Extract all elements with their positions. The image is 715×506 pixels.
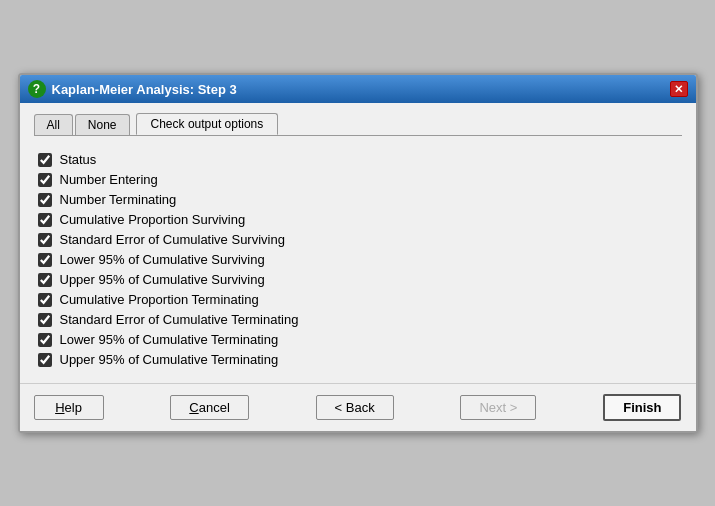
checkbox-item-number-entering: Number Entering: [38, 172, 678, 187]
checkbox-std-error-cumulative-surviving[interactable]: [38, 233, 52, 247]
checkbox-item-std-error-cumulative-terminating: Standard Error of Cumulative Terminating: [38, 312, 678, 327]
checkbox-label-std-error-cumulative-surviving: Standard Error of Cumulative Surviving: [60, 232, 285, 247]
dialog-title: Kaplan-Meier Analysis: Step 3: [52, 82, 237, 97]
tab-active: Check output options: [136, 113, 279, 135]
checkbox-item-cumulative-proportion-surviving: Cumulative Proportion Surviving: [38, 212, 678, 227]
dialog-icon: ?: [28, 80, 46, 98]
checkbox-upper95-cumulative-surviving[interactable]: [38, 273, 52, 287]
dialog-window: ? Kaplan-Meier Analysis: Step 3 ✕ All No…: [18, 73, 698, 433]
checkbox-item-upper95-cumulative-surviving: Upper 95% of Cumulative Surviving: [38, 272, 678, 287]
tab-all[interactable]: All: [34, 114, 73, 135]
checkbox-item-lower95-cumulative-terminating: Lower 95% of Cumulative Terminating: [38, 332, 678, 347]
back-button[interactable]: < Back: [316, 395, 394, 420]
checkbox-label-lower95-cumulative-terminating: Lower 95% of Cumulative Terminating: [60, 332, 279, 347]
checkbox-label-number-entering: Number Entering: [60, 172, 158, 187]
title-bar-left: ? Kaplan-Meier Analysis: Step 3: [28, 80, 237, 98]
finish-label: Finish: [623, 400, 661, 415]
title-bar: ? Kaplan-Meier Analysis: Step 3 ✕: [20, 75, 696, 103]
checkbox-item-upper95-cumulative-terminating: Upper 95% of Cumulative Terminating: [38, 352, 678, 367]
close-button[interactable]: ✕: [670, 81, 688, 97]
cancel-label: Cancel: [189, 400, 229, 415]
checkbox-lower95-cumulative-terminating[interactable]: [38, 333, 52, 347]
checkbox-label-lower95-cumulative-surviving: Lower 95% of Cumulative Surviving: [60, 252, 265, 267]
next-label: Next >: [479, 400, 517, 415]
dialog-footer: Help Cancel < Back Next > Finish: [20, 383, 696, 431]
checkbox-cumulative-proportion-surviving[interactable]: [38, 213, 52, 227]
checkbox-item-lower95-cumulative-surviving: Lower 95% of Cumulative Surviving: [38, 252, 678, 267]
cancel-button[interactable]: Cancel: [170, 395, 248, 420]
checkbox-upper95-cumulative-terminating[interactable]: [38, 353, 52, 367]
checkbox-lower95-cumulative-surviving[interactable]: [38, 253, 52, 267]
checkbox-label-upper95-cumulative-surviving: Upper 95% of Cumulative Surviving: [60, 272, 265, 287]
tab-bar: All None Check output options: [34, 113, 682, 136]
help-label: Help: [55, 400, 82, 415]
tab-none[interactable]: None: [75, 114, 130, 135]
help-button[interactable]: Help: [34, 395, 104, 420]
dialog-body: All None Check output options Status Num…: [20, 103, 696, 383]
checkbox-label-cumulative-proportion-surviving: Cumulative Proportion Surviving: [60, 212, 246, 227]
checkbox-label-std-error-cumulative-terminating: Standard Error of Cumulative Terminating: [60, 312, 299, 327]
checkbox-item-std-error-cumulative-surviving: Standard Error of Cumulative Surviving: [38, 232, 678, 247]
checkbox-status[interactable]: [38, 153, 52, 167]
checkbox-label-number-terminating: Number Terminating: [60, 192, 177, 207]
back-label: < Back: [335, 400, 375, 415]
finish-button[interactable]: Finish: [603, 394, 681, 421]
checkbox-item-number-terminating: Number Terminating: [38, 192, 678, 207]
checkbox-item-status: Status: [38, 152, 678, 167]
checkbox-number-terminating[interactable]: [38, 193, 52, 207]
checkbox-list: Status Number Entering Number Terminatin…: [34, 146, 682, 373]
checkbox-std-error-cumulative-terminating[interactable]: [38, 313, 52, 327]
checkbox-label-status: Status: [60, 152, 97, 167]
checkbox-cumulative-proportion-terminating[interactable]: [38, 293, 52, 307]
next-button[interactable]: Next >: [460, 395, 536, 420]
checkbox-item-cumulative-proportion-terminating: Cumulative Proportion Terminating: [38, 292, 678, 307]
checkbox-label-upper95-cumulative-terminating: Upper 95% of Cumulative Terminating: [60, 352, 279, 367]
checkbox-number-entering[interactable]: [38, 173, 52, 187]
checkbox-label-cumulative-proportion-terminating: Cumulative Proportion Terminating: [60, 292, 259, 307]
